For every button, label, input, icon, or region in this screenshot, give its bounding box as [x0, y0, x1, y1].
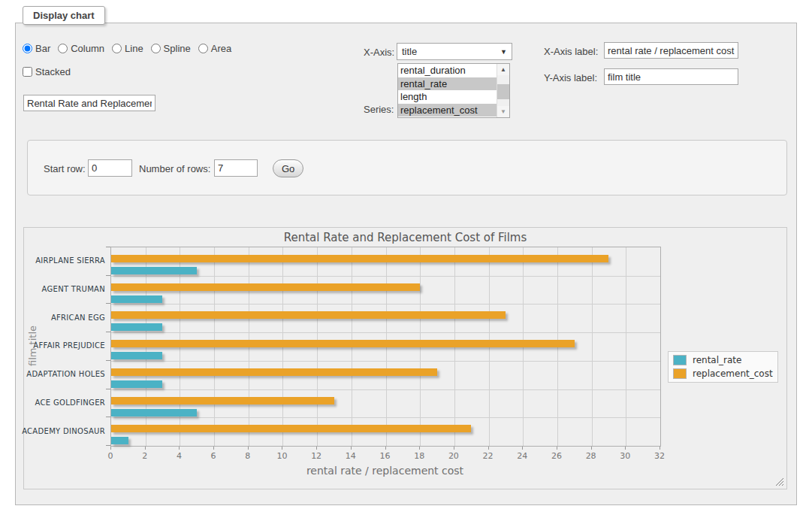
stacked-checkbox[interactable] — [23, 67, 32, 77]
series-scrollbar[interactable]: ▲ ▼ — [497, 64, 509, 117]
bar-replacement_cost — [111, 368, 437, 376]
scroll-up-icon[interactable]: ▲ — [497, 64, 509, 75]
x-tick-label: 14 — [346, 451, 356, 461]
y-category-label: ADAPTATION HOLES — [24, 360, 105, 389]
series-listbox[interactable]: rental_durationrental_ratelengthreplacem… — [397, 63, 510, 118]
plot-grid — [111, 247, 660, 446]
gridline-h — [111, 361, 660, 362]
chart-title: Rental Rate and Replacement Cost of Film… — [24, 231, 786, 244]
chart-type-option-line[interactable]: Line — [112, 43, 143, 54]
series-option-length[interactable]: length — [398, 90, 497, 104]
x-axis-select[interactable]: title ▼ — [397, 43, 512, 60]
chart-type-option-spline[interactable]: Spline — [151, 43, 191, 54]
gridline-h — [111, 417, 660, 418]
x-tick-label: 16 — [380, 451, 391, 461]
x-tick-mark — [522, 447, 523, 450]
legend-item-replacement_cost: replacement_cost — [673, 368, 773, 379]
x-tick-mark — [557, 447, 557, 450]
radio-label: Bar — [35, 43, 50, 54]
bar-replacement_cost — [111, 255, 608, 262]
x-tick-label: 26 — [551, 451, 562, 461]
x-tick-label: 20 — [448, 451, 459, 461]
radio-area[interactable] — [198, 44, 208, 53]
series-option-replacement_cost[interactable]: replacement_cost — [398, 104, 497, 117]
bar-replacement_cost — [111, 311, 506, 319]
chart-panel: Rental Rate and Replacement Cost of Film… — [23, 227, 787, 489]
y-axis-label-input[interactable] — [604, 68, 738, 85]
bar-rental_rate — [111, 409, 197, 417]
x-tick-mark — [248, 447, 249, 450]
bar-rental_rate — [111, 295, 162, 303]
x-axis-label-input[interactable] — [604, 42, 738, 59]
resize-handle-icon[interactable] — [775, 477, 784, 486]
scroll-down-icon[interactable]: ▼ — [497, 106, 509, 117]
x-tick-mark — [145, 447, 146, 450]
y-categories: AIRPLANE SIERRAAGENT TRUMANAFRICAN EGGAF… — [24, 247, 105, 445]
radio-label: Column — [71, 43, 104, 54]
series-option-rental_rate[interactable]: rental_rate — [398, 77, 497, 91]
x-tick-mark — [625, 447, 626, 450]
stacked-label: Stacked — [35, 66, 71, 77]
chart-title-input[interactable] — [23, 95, 155, 111]
gridline-v — [592, 247, 593, 446]
stacked-option[interactable]: Stacked — [23, 66, 71, 77]
scroll-thumb[interactable] — [497, 84, 509, 99]
x-tick-label: 2 — [142, 451, 147, 461]
legend-item-rental_rate: rental_rate — [673, 355, 773, 365]
x-tick-label: 12 — [311, 451, 321, 461]
plot-area — [110, 247, 661, 447]
start-row-input[interactable] — [88, 159, 132, 177]
x-tick-label: 0 — [108, 451, 113, 461]
x-tick-label: 4 — [177, 451, 182, 461]
gridline-v — [626, 247, 626, 446]
x-tick-label: 28 — [586, 451, 596, 461]
x-tick-label: 8 — [245, 451, 250, 461]
chart-type-option-area[interactable]: Area — [198, 43, 231, 54]
x-axis-label-caption: X-Axis label: — [544, 46, 598, 57]
series-select-label: Series: — [364, 104, 394, 115]
bar-rental_rate — [111, 352, 162, 359]
x-tick-labels: 02468101214161820222426283032 — [110, 451, 660, 461]
chart-type-option-bar[interactable]: Bar — [23, 43, 50, 54]
number-of-rows-label: Number of rows: — [139, 163, 210, 174]
x-tick-label: 22 — [483, 451, 494, 461]
x-tick-mark — [385, 447, 386, 450]
x-tick-label: 30 — [620, 451, 630, 461]
x-tick-label: 10 — [276, 451, 287, 461]
radio-line[interactable] — [112, 44, 122, 53]
radio-bar[interactable] — [23, 44, 32, 53]
gridline-h — [111, 389, 660, 390]
x-tick-mark — [454, 447, 454, 450]
x-axis-title: rental rate / replacement cost — [110, 465, 660, 477]
bar-replacement_cost — [111, 425, 471, 432]
bar-rental_rate — [111, 380, 162, 388]
legend-label: replacement_cost — [693, 368, 773, 379]
series-option-rental_duration[interactable]: rental_duration — [398, 64, 497, 77]
legend-label: rental_rate — [693, 355, 741, 365]
chart-type-options: BarColumnLineSplineArea — [23, 43, 231, 54]
bar-rental_rate — [111, 323, 162, 331]
bar-replacement_cost — [111, 340, 575, 347]
number-of-rows-input[interactable] — [214, 159, 258, 177]
radio-label: Line — [125, 43, 143, 54]
x-tick-mark — [591, 447, 592, 450]
radio-spline[interactable] — [151, 44, 161, 53]
start-row-label: Start row: — [44, 163, 86, 174]
bar-rental_rate — [111, 267, 197, 274]
bar-rental_rate — [111, 437, 128, 444]
go-button[interactable]: Go — [273, 159, 303, 177]
bar-replacement_cost — [111, 283, 420, 291]
y-axis-label-caption: Y-Axis label: — [544, 72, 597, 83]
gridline-h — [111, 276, 660, 277]
y-category-label: AGENT TRUMAN — [24, 275, 105, 304]
gridline-h — [111, 332, 660, 333]
radio-column[interactable] — [58, 44, 68, 53]
chart-type-option-column[interactable]: Column — [58, 43, 104, 54]
bar-replacement_cost — [111, 397, 334, 404]
x-tick-mark — [316, 447, 317, 450]
y-category-label: ACADEMY DINOSAUR — [24, 417, 105, 445]
chart-legend: rental_ratereplacement_cost — [668, 351, 778, 383]
x-tick-mark — [110, 447, 111, 450]
legend-swatch — [673, 368, 687, 379]
x-tick-mark — [213, 447, 214, 450]
